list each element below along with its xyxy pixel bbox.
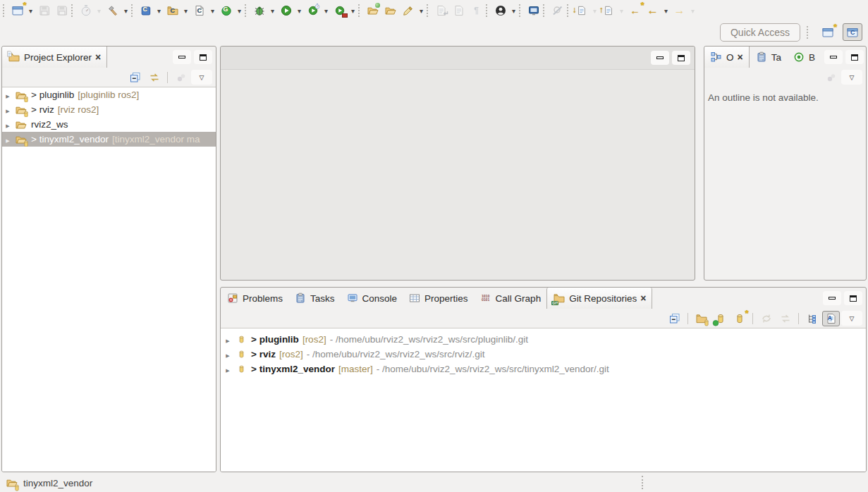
search-dropdown[interactable] xyxy=(417,5,425,16)
expander-icon[interactable] xyxy=(4,134,11,144)
show-whitespace-button[interactable] xyxy=(468,2,484,18)
repo-row-tinyxml2-vendor[interactable]: > tinyxml2_vendor [master] - /home/ubu/r… xyxy=(221,362,866,376)
save-all-button[interactable] xyxy=(54,2,70,18)
expander-icon[interactable] xyxy=(224,349,231,359)
tab-console[interactable]: Console xyxy=(341,288,403,309)
expander-icon[interactable] xyxy=(224,334,231,345)
debug-dropdown[interactable] xyxy=(269,5,276,16)
minimize-icon xyxy=(829,297,836,300)
maximize-button[interactable] xyxy=(844,291,862,305)
new-cpp-source-file-dropdown[interactable] xyxy=(209,5,216,16)
run-button[interactable] xyxy=(278,2,294,18)
build-dropdown[interactable] xyxy=(122,5,130,16)
view-menu-button[interactable] xyxy=(841,70,862,85)
tree-row-rviz[interactable]: > rviz [rviz ros2] xyxy=(2,102,216,117)
profile-button[interactable] xyxy=(305,2,321,18)
close-icon[interactable] xyxy=(640,293,646,304)
mark-occurrences-button[interactable] xyxy=(549,2,566,18)
view-menu-button[interactable] xyxy=(841,311,862,326)
build-button[interactable] xyxy=(104,2,121,18)
repo-row-pluginlib[interactable]: > pluginlib [ros2] - /home/ubu/rviz2_ws/… xyxy=(221,332,866,347)
close-icon[interactable] xyxy=(738,51,743,63)
hierarchical-layout-button[interactable] xyxy=(803,311,821,326)
new-cpp-project-dropdown[interactable] xyxy=(155,5,163,16)
expander-icon[interactable] xyxy=(224,364,231,374)
new-class-button[interactable] xyxy=(218,2,234,18)
tab-breakpoints[interactable]: B xyxy=(787,47,821,68)
expander-icon[interactable] xyxy=(4,90,11,100)
profile-timer-button[interactable] xyxy=(78,2,94,18)
cpp-perspective-button[interactable] xyxy=(843,23,862,41)
open-perspective-button[interactable] xyxy=(818,23,838,41)
open-profile-result-button[interactable] xyxy=(365,2,381,18)
debug-button[interactable] xyxy=(251,2,267,18)
back-dropdown[interactable] xyxy=(662,5,670,16)
forward-dropdown[interactable] xyxy=(689,5,697,16)
forward-button[interactable]: → xyxy=(671,2,687,18)
editor-minimize-button[interactable] xyxy=(651,51,669,65)
minimize-button[interactable] xyxy=(824,50,843,64)
toggle-word-wrap-button[interactable]: ↵ xyxy=(433,2,449,18)
focus-on-task-button[interactable] xyxy=(822,70,840,85)
new-wizard-dropdown[interactable] xyxy=(27,5,35,16)
call-graph-icon xyxy=(479,293,492,305)
last-edit-location-button[interactable]: ← xyxy=(627,2,643,18)
profile-timer-dropdown[interactable] xyxy=(95,5,103,16)
user-account-dropdown[interactable] xyxy=(510,5,518,16)
new-cpp-project-button[interactable] xyxy=(137,2,154,18)
tab-outline[interactable]: O xyxy=(704,47,750,68)
link-with-selection-button[interactable] xyxy=(776,311,794,326)
coverage-button[interactable] xyxy=(331,2,348,18)
collapse-all-button[interactable] xyxy=(126,70,144,85)
repo-row-rviz[interactable]: > rviz [ros2] - /home/ubu/rviz2_ws/rviz2… xyxy=(221,347,866,362)
profile-dropdown[interactable] xyxy=(322,5,330,16)
maximize-button[interactable] xyxy=(194,50,212,64)
expander-icon[interactable] xyxy=(4,104,11,115)
new-class-dropdown[interactable] xyxy=(236,5,243,16)
tab-call-graph[interactable]: Call Graph xyxy=(474,288,547,309)
back-button[interactable]: ← xyxy=(644,2,661,18)
minimize-button[interactable] xyxy=(173,50,191,64)
new-cpp-source-folder-button[interactable] xyxy=(164,2,181,18)
next-annotation-dropdown[interactable] xyxy=(591,5,599,16)
run-dropdown[interactable] xyxy=(295,5,303,16)
search-button[interactable] xyxy=(400,2,416,18)
toggle-branch-name-button[interactable] xyxy=(822,311,840,326)
quick-access-button[interactable]: Quick Access xyxy=(720,23,800,42)
close-icon[interactable] xyxy=(95,51,101,63)
add-repository-button[interactable] xyxy=(692,311,710,326)
tree-row-pluginlib[interactable]: > pluginlib [pluginlib ros2] xyxy=(2,87,216,102)
editor-maximize-button[interactable] xyxy=(672,51,690,65)
editor-area xyxy=(220,46,695,281)
new-cpp-source-folder-dropdown[interactable] xyxy=(182,5,190,16)
clone-repository-button[interactable] xyxy=(711,311,729,326)
tab-task-list[interactable]: Ta xyxy=(750,47,787,68)
open-file-button[interactable] xyxy=(382,2,398,18)
next-annotation-button[interactable]: ↓ xyxy=(573,2,589,18)
create-repository-button[interactable] xyxy=(731,311,748,326)
tree-row-rviz2-ws[interactable]: rviz2_ws xyxy=(2,117,216,132)
user-account-button[interactable] xyxy=(492,2,508,18)
new-cpp-source-file-button[interactable] xyxy=(191,2,207,18)
open-terminal-button[interactable] xyxy=(525,2,542,18)
coverage-dropdown[interactable] xyxy=(349,5,357,16)
tree-row-tinyxml2-vendor[interactable]: > tinyxml2_vendor [tinyxml2_vendor ma xyxy=(2,132,216,147)
expander-icon[interactable] xyxy=(4,119,11,130)
tab-tasks[interactable]: Tasks xyxy=(288,288,341,309)
tab-properties[interactable]: Properties xyxy=(403,288,474,309)
minimize-button[interactable] xyxy=(823,291,841,305)
maximize-button[interactable] xyxy=(845,50,864,64)
refresh-button[interactable] xyxy=(757,311,775,326)
collapse-all-button[interactable] xyxy=(666,311,683,326)
tab-problems[interactable]: Problems xyxy=(221,288,288,309)
save-button[interactable] xyxy=(36,2,52,18)
new-wizard-button[interactable] xyxy=(9,2,25,18)
toggle-block-selection-button[interactable] xyxy=(451,2,467,18)
previous-annotation-dropdown[interactable] xyxy=(618,5,625,16)
previous-annotation-button[interactable]: ↑ xyxy=(600,2,616,18)
link-with-editor-button[interactable] xyxy=(145,70,163,85)
tab-project-explorer[interactable]: Project Explorer xyxy=(2,47,107,68)
view-menu-button[interactable] xyxy=(191,70,212,85)
focus-on-task-button[interactable] xyxy=(172,70,190,85)
tab-git-repositories[interactable]: Git Repositories xyxy=(546,288,652,309)
